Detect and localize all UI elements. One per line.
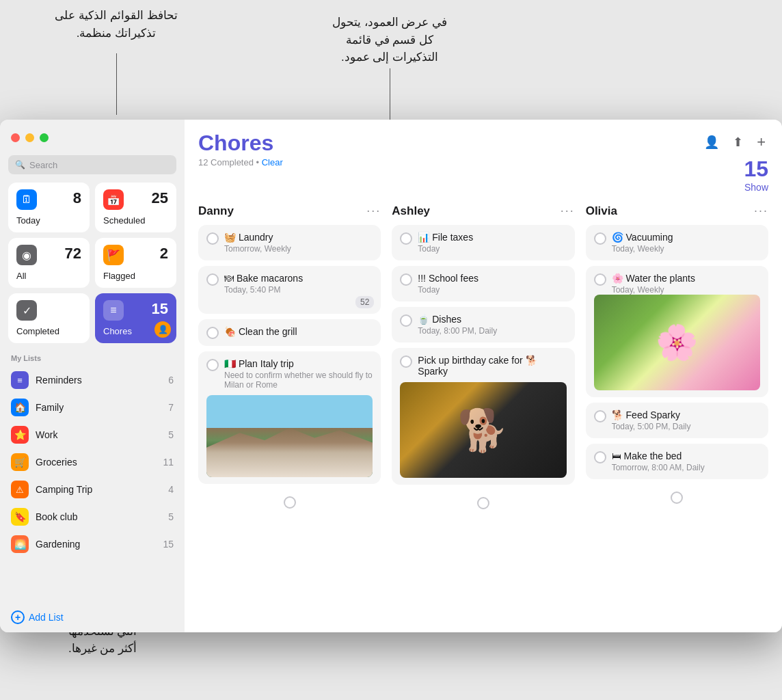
column-olivia-header: Olivia ··· <box>586 198 768 225</box>
annotation-smart-lists: تحافظ القوائم الذكية علىتذكيراتك منظمة. <box>21 7 212 42</box>
close-button[interactable] <box>11 133 20 142</box>
app-window: 🔍 Search 🗓 8 Today 📅 25 Scheduled <box>0 120 782 632</box>
list-item-reminders[interactable]: ≡ Reminders 6 <box>5 366 179 394</box>
reminder-make-bed[interactable]: 🛏 Make the bed Tomorrow, 8:00 AM, Daily <box>586 444 768 479</box>
reminder-school-fees[interactable]: !!! School fees Today <box>392 266 574 301</box>
clean-grill-title: 🍖 Clean the grill <box>224 326 373 337</box>
smart-tile-all[interactable]: ◉ 72 All <box>8 238 90 288</box>
main-count: 15 <box>744 157 768 182</box>
bake-macarons-subtitle: Today, 5:40 PM <box>224 285 373 295</box>
smart-tile-chores[interactable]: ≡ 15 Chores 👤 <box>95 293 176 343</box>
list-items: ≡ Reminders 6 🏠 Family 7 ⭐ Work 5 🛒 Groc… <box>0 366 185 605</box>
scheduled-icon: 📅 <box>103 189 124 210</box>
gardening-label: Gardening <box>36 539 156 550</box>
bake-macarons-title: 🍽 Bake macarons <box>224 273 373 284</box>
birthday-cake-radio[interactable] <box>400 355 412 368</box>
italy-trip-image <box>206 395 373 477</box>
chores-icon: ≡ <box>103 300 124 321</box>
add-list-button[interactable]: + Add List <box>0 605 185 632</box>
vacuuming-title: 🌀 Vacuuming <box>612 232 760 243</box>
share-button[interactable]: ⬆ <box>730 132 746 152</box>
all-count: 72 <box>65 245 81 262</box>
main-content: Chores 12 Completed • Clear 👤 ⬆ + 15 Sho… <box>185 120 782 632</box>
annotation-smart-lists-text: تحافظ القوائم الذكية علىتذكيراتك منظمة. <box>21 7 212 42</box>
reminder-vacuuming[interactable]: 🌀 Vacuuming Today, Weekly <box>586 225 768 260</box>
clear-link[interactable]: Clear <box>262 157 283 167</box>
vacuuming-subtitle: Today, Weekly <box>612 244 760 254</box>
reminders-count: 6 <box>168 375 174 386</box>
reminder-plan-italy[interactable]: 🇮🇹 Plan Italy trip Need to confirm wheth… <box>198 351 381 484</box>
feed-sparky-title: 🐕 Feed Sparky <box>612 409 760 420</box>
school-fees-subtitle: Today <box>418 285 566 295</box>
olivia-empty-item <box>586 485 768 508</box>
water-plants-image <box>594 295 760 390</box>
vacuuming-radio[interactable] <box>594 232 606 245</box>
dishes-subtitle: Today, 8:00 PM, Daily <box>418 326 566 336</box>
file-taxes-radio[interactable] <box>400 232 412 245</box>
list-item-gardening[interactable]: 🌅 Gardening 15 <box>5 530 179 558</box>
camping-label: Camping Trip <box>36 484 161 495</box>
clean-grill-radio[interactable] <box>206 327 219 339</box>
reminder-water-plants[interactable]: 🌸 Water the plants Today, Weekly <box>586 266 768 397</box>
plan-italy-title: 🇮🇹 Plan Italy trip <box>224 358 373 369</box>
bookclub-label: Book club <box>36 511 161 522</box>
feed-sparky-radio[interactable] <box>594 410 606 422</box>
person-circle-button[interactable]: 👤 <box>701 132 722 152</box>
dishes-radio[interactable] <box>400 314 412 327</box>
school-fees-radio[interactable] <box>400 273 412 286</box>
reminder-laundry[interactable]: 🧺 Laundry Tomorrow, Weekly <box>198 225 381 260</box>
make-bed-radio[interactable] <box>594 451 606 463</box>
minimize-button[interactable] <box>25 133 34 142</box>
completed-count-text: 12 Completed <box>198 157 254 167</box>
bake-macarons-radio[interactable] <box>206 273 219 286</box>
today-count: 8 <box>73 189 81 207</box>
smart-tile-today[interactable]: 🗓 8 Today <box>8 183 90 232</box>
water-plants-radio[interactable] <box>594 273 606 286</box>
flagged-count: 2 <box>160 245 168 262</box>
reminder-dishes[interactable]: 🍵 Dishes Today, 8:00 PM, Daily <box>392 307 574 342</box>
groceries-label: Groceries <box>36 457 156 468</box>
column-olivia-more[interactable]: ··· <box>754 204 768 218</box>
reminder-bake-macarons[interactable]: 🍽 Bake macarons Today, 5:40 PM 52 <box>198 266 381 314</box>
list-item-work[interactable]: ⭐ Work 5 <box>5 421 179 448</box>
main-show[interactable]: Show <box>744 182 768 193</box>
reminder-file-taxes[interactable]: 📊 File taxes Today <box>392 225 574 260</box>
make-bed-title: 🛏 Make the bed <box>612 450 760 461</box>
water-plants-title: 🌸 Water the plants <box>612 273 760 284</box>
sidebar: 🔍 Search 🗓 8 Today 📅 25 Scheduled <box>0 120 185 632</box>
birthday-cake-title: Pick up birthday cake for 🐕 Sparky <box>418 355 566 377</box>
column-ashley-title: Ashley <box>392 204 430 218</box>
water-plants-subtitle: Today, Weekly <box>612 285 760 295</box>
work-count: 5 <box>168 429 174 440</box>
reminder-feed-sparky[interactable]: 🐕 Feed Sparky Today, 5:00 PM, Daily <box>586 403 768 438</box>
smart-tile-flagged[interactable]: 🚩 2 Flagged <box>95 238 176 288</box>
plan-italy-radio[interactable] <box>206 359 219 371</box>
add-list-icon: + <box>11 610 25 624</box>
main-title: Chores <box>198 131 283 156</box>
add-reminder-button[interactable]: + <box>754 131 768 154</box>
smart-tile-scheduled[interactable]: 📅 25 Scheduled <box>95 183 176 232</box>
olivia-new-radio[interactable] <box>671 492 683 504</box>
columns-container: Danny ··· 🧺 Laundry Tomorrow, Weekly <box>185 198 782 632</box>
annotation-line-2 <box>116 53 117 115</box>
search-icon: 🔍 <box>15 160 25 170</box>
list-item-camping[interactable]: ⚠ Camping Trip 4 <box>5 476 179 503</box>
annotation-column-view-text: في عرض العمود، يتحولكل قسم في قائمةالتذك… <box>273 14 506 66</box>
list-item-family[interactable]: 🏠 Family 7 <box>5 394 179 421</box>
column-ashley-more[interactable]: ··· <box>561 204 575 218</box>
smart-tile-completed[interactable]: ✓ Completed <box>8 293 90 343</box>
laundry-radio[interactable] <box>206 232 219 245</box>
reminder-clean-grill[interactable]: 🍖 Clean the grill <box>198 319 381 346</box>
list-item-bookclub[interactable]: 🔖 Book club 5 <box>5 503 179 530</box>
header-actions: 👤 ⬆ + <box>701 131 768 154</box>
reminder-birthday-cake[interactable]: Pick up birthday cake for 🐕 Sparky <box>392 348 574 485</box>
family-label: Family <box>36 402 161 413</box>
search-bar[interactable]: 🔍 Search <box>8 155 176 174</box>
danny-new-radio[interactable] <box>284 496 296 509</box>
list-item-groceries[interactable]: 🛒 Groceries 11 <box>5 448 179 476</box>
file-taxes-subtitle: Today <box>418 244 566 254</box>
add-list-label: Add List <box>29 612 64 623</box>
ashley-new-radio[interactable] <box>477 497 489 509</box>
maximize-button[interactable] <box>40 133 49 142</box>
column-danny-more[interactable]: ··· <box>366 204 381 218</box>
